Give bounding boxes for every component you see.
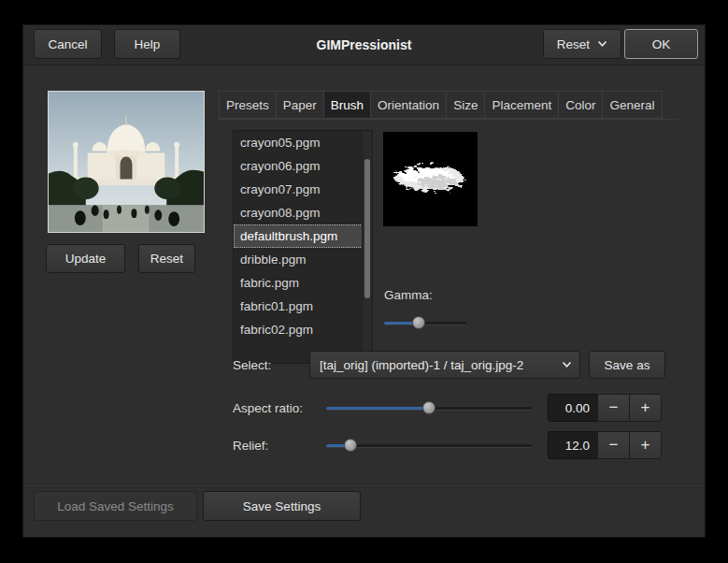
ok-button[interactable]: OK <box>624 29 698 59</box>
scrollbar-thumb[interactable] <box>364 159 370 298</box>
list-item[interactable]: crayon06.pgm <box>234 154 372 178</box>
relief-label: Relief: <box>233 439 268 453</box>
tab-placement[interactable]: Placement <box>484 91 559 119</box>
aspect-ratio-slider-thumb[interactable] <box>422 401 435 414</box>
chevron-down-icon <box>597 40 607 48</box>
list-item[interactable]: crayon07.pgm <box>234 178 372 201</box>
footer-separator <box>23 484 705 484</box>
brush-image-select-dropdown[interactable]: [taj_orig] (imported)-1 / taj_orig.jpg-2 <box>309 351 580 379</box>
list-item[interactable]: fabric01.pgm <box>234 295 372 318</box>
tab-brush[interactable]: Brush <box>323 91 371 119</box>
image-preview <box>48 91 205 233</box>
relief-spinbox: 12.0 − + <box>548 431 662 459</box>
save-as-button[interactable]: Save as <box>589 351 665 379</box>
minus-icon[interactable]: − <box>597 431 630 459</box>
help-button[interactable]: Help <box>114 29 180 59</box>
reset-preview-button[interactable]: Reset <box>138 244 195 273</box>
list-item[interactable]: fabric02.pgm <box>234 318 372 341</box>
dialog-titlebar: GIMPressionist Cancel Help Reset OK <box>23 25 705 65</box>
gamma-label: Gamma: <box>384 288 433 302</box>
tab-paper[interactable]: Paper <box>276 91 324 119</box>
list-item[interactable]: dribble.pgm <box>234 248 372 271</box>
tab-presets[interactable]: Presets <box>219 91 277 119</box>
brush-stroke-preview <box>383 132 478 226</box>
gimpressionist-dialog: GIMPressionist Cancel Help Reset OK <box>22 24 706 538</box>
save-settings-button[interactable]: Save Settings <box>203 491 361 521</box>
plus-icon[interactable]: + <box>629 431 662 459</box>
update-preview-button[interactable]: Update <box>46 244 125 273</box>
relief-slider-thumb[interactable] <box>344 439 357 452</box>
tab-general[interactable]: General <box>602 91 662 119</box>
gamma-slider-thumb[interactable] <box>412 316 425 329</box>
relief-slider[interactable] <box>326 439 532 452</box>
reset-dropdown-button[interactable]: Reset <box>543 29 621 59</box>
list-item[interactable]: fabric.pgm <box>234 271 372 295</box>
cancel-button[interactable]: Cancel <box>34 29 102 59</box>
aspect-ratio-slider[interactable] <box>326 401 532 414</box>
minus-icon[interactable]: − <box>597 394 630 422</box>
select-label: Select: <box>233 358 271 372</box>
aspect-ratio-slider-fill <box>326 407 429 410</box>
list-item-selected[interactable]: defaultbrush.pgm <box>234 224 372 248</box>
brush-image-select-value: [taj_orig] (imported)-1 / taj_orig.jpg-2 <box>320 358 523 372</box>
settings-tab-bar: Presets Paper Brush Orientation Size Pla… <box>219 91 678 120</box>
tab-size[interactable]: Size <box>446 91 485 119</box>
relief-value-field[interactable]: 12.0 <box>548 431 598 459</box>
list-scrollbar[interactable] <box>362 131 372 363</box>
reset-dropdown-label: Reset <box>557 37 590 51</box>
chevron-down-icon <box>562 361 572 368</box>
load-saved-settings-button[interactable]: Load Saved Settings <box>34 491 197 521</box>
gamma-slider[interactable] <box>384 316 466 329</box>
brush-file-list: crayon05.pgm crayon06.pgm crayon07.pgm c… <box>233 130 373 364</box>
aspect-ratio-label: Aspect ratio: <box>233 401 303 415</box>
tab-color[interactable]: Color <box>558 91 603 119</box>
tab-orientation[interactable]: Orientation <box>370 91 447 119</box>
aspect-ratio-value-field[interactable]: 0.00 <box>548 394 598 422</box>
plus-icon[interactable]: + <box>629 394 662 422</box>
list-item[interactable]: crayon08.pgm <box>234 201 372 224</box>
taj-mahal-preview-image <box>49 92 204 232</box>
list-item[interactable]: crayon05.pgm <box>234 131 372 154</box>
aspect-ratio-spinbox: 0.00 − + <box>548 394 662 422</box>
